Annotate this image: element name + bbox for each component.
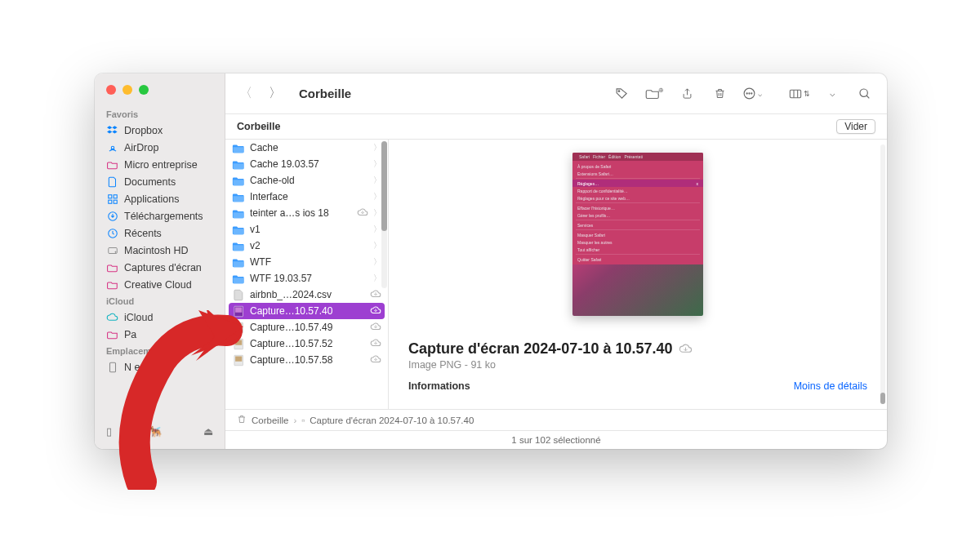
- share-icon[interactable]: [676, 85, 697, 103]
- svg-rect-4: [114, 200, 117, 203]
- finder-window: Favoris Dropbox AirDrop Micro entreprise…: [95, 73, 887, 449]
- svg-rect-2: [114, 194, 117, 198]
- file-name: Cache 19.03.57: [250, 158, 368, 170]
- content-area: Cache 〉 Cache 19.03.57 〉 Cache-old 〉 Int…: [225, 140, 887, 409]
- folder-icon: [232, 240, 245, 251]
- svg-rect-3: [108, 200, 111, 203]
- file-name: Interface: [250, 191, 368, 202]
- download-icon: [106, 210, 118, 222]
- eject-icon[interactable]: ⏏: [203, 425, 213, 438]
- file-row[interactable]: Capture…10.57.40: [229, 303, 385, 319]
- file-row[interactable]: Interface 〉: [225, 189, 388, 205]
- folder-icon: [232, 175, 245, 186]
- empty-trash-button[interactable]: Vider: [836, 119, 875, 134]
- sidebar-item-label: Téléchargements: [124, 211, 203, 222]
- file-row[interactable]: v2 〉: [225, 238, 388, 254]
- minimize-button[interactable]: [122, 85, 132, 95]
- folder-icon: [232, 224, 245, 235]
- device-icon: ▯: [106, 425, 112, 438]
- sidebar-item[interactable]: Dropbox: [95, 122, 225, 139]
- file-row[interactable]: airbnb_…2024.csv: [225, 287, 388, 303]
- path-bar: Corbeille › ▫ Capture d'écran 2024-07-10…: [225, 409, 887, 430]
- main-area: 〈 〉 Corbeille ⊕ ⌵ ⇅: [225, 73, 887, 449]
- svg-rect-23: [235, 323, 242, 328]
- maximize-button[interactable]: [139, 85, 149, 95]
- window-title: Corbeille: [299, 87, 351, 100]
- trash-small-icon: [237, 414, 247, 426]
- apps-icon: [106, 193, 118, 205]
- sidebar-item[interactable]: Applications: [95, 190, 225, 207]
- folder-icon: [106, 278, 118, 291]
- sidebar-item[interactable]: Pa: [95, 326, 225, 343]
- tag-icon[interactable]: [611, 85, 632, 103]
- cloud-download-icon: [370, 306, 381, 316]
- sidebar-item-label: AirDrop: [124, 142, 158, 153]
- svg-point-12: [746, 93, 747, 94]
- path-filename[interactable]: Capture d'écran 2024-07-10 à 10.57.40: [310, 415, 474, 425]
- sidebar-item[interactable]: AirDrop: [95, 139, 225, 156]
- preview-pane: SafariFichierÉditionPrésentati À propos …: [389, 140, 887, 409]
- sidebar-item[interactable]: N e 👤: [95, 358, 225, 375]
- file-name: WTF 19.03.57: [250, 273, 368, 284]
- sidebar-section-title: Favoris: [95, 106, 225, 122]
- sidebar-item[interactable]: Documents: [95, 173, 225, 190]
- file-name: Capture…10.57.58: [250, 354, 365, 366]
- folder-icon: [106, 328, 118, 340]
- sidebar-item-label: N e 👤: [124, 361, 156, 373]
- sidebar-item[interactable]: Creative Cloud: [95, 276, 225, 293]
- cloud-download-icon: [357, 208, 368, 218]
- sidebar-item[interactable]: Téléchargements: [95, 207, 225, 224]
- path-location[interactable]: Corbeille: [252, 415, 288, 425]
- more-icon[interactable]: ⌵: [742, 85, 763, 103]
- chevron-right-icon: 〉: [373, 207, 381, 219]
- preview-scrollbar[interactable]: [880, 144, 885, 404]
- file-column[interactable]: Cache 〉 Cache 19.03.57 〉 Cache-old 〉 Int…: [225, 140, 389, 409]
- sidebar-item[interactable]: Macintosh HD: [95, 242, 225, 259]
- search-icon[interactable]: [854, 85, 875, 103]
- trash-icon[interactable]: [709, 85, 730, 103]
- view-columns-icon[interactable]: ⇅: [789, 85, 810, 103]
- sidebar-item-label: Captures d'écran: [124, 262, 202, 273]
- file-row[interactable]: WTF 19.03.57 〉: [225, 270, 388, 287]
- folder-icon: [106, 158, 118, 171]
- sidebar-item[interactable]: Captures d'écran: [95, 259, 225, 276]
- cloud-download-icon: [370, 339, 381, 349]
- file-row[interactable]: Cache-old 〉: [225, 172, 388, 189]
- svg-rect-1: [108, 194, 111, 198]
- file-name: v2: [250, 240, 368, 251]
- info-header: Informations Moins de détails: [408, 380, 867, 392]
- file-name: airbnb_…2024.csv: [250, 289, 365, 300]
- sidebar-item[interactable]: Récents: [95, 224, 225, 242]
- sidebar: Favoris Dropbox AirDrop Micro entreprise…: [95, 73, 225, 449]
- view-options-chevron[interactable]: ⌵: [822, 85, 843, 103]
- file-row[interactable]: Cache 〉: [225, 140, 388, 156]
- close-button[interactable]: [106, 85, 116, 95]
- svg-point-14: [751, 93, 752, 94]
- image-icon: [232, 305, 245, 317]
- doc-icon: [106, 176, 118, 188]
- svg-rect-21: [235, 307, 242, 312]
- less-details-link[interactable]: Moins de détails: [794, 380, 867, 392]
- cloud-download-icon: [370, 355, 381, 365]
- svg-line-19: [866, 96, 869, 98]
- file-row[interactable]: Cache 19.03.57 〉: [225, 156, 388, 172]
- forward-button[interactable]: 〉: [266, 85, 284, 103]
- image-icon: [232, 354, 245, 366]
- file-icon: [232, 289, 245, 300]
- preview-thumbnail[interactable]: SafariFichierÉditionPrésentati À propos …: [572, 153, 703, 316]
- back-button[interactable]: 〈: [237, 85, 255, 103]
- file-row[interactable]: Capture…10.57.49: [225, 319, 388, 335]
- file-row[interactable]: v1 〉: [225, 221, 388, 238]
- cloud-download-icon: [370, 290, 381, 300]
- new-folder-icon[interactable]: ⊕: [644, 85, 665, 103]
- chevron-right-icon: 〉: [373, 224, 381, 235]
- file-row[interactable]: WTF 〉: [225, 254, 388, 270]
- file-name: WTF: [250, 256, 368, 268]
- file-row[interactable]: teinter a…s ios 18 〉: [225, 205, 388, 221]
- scrollbar[interactable]: [381, 141, 387, 288]
- sidebar-item[interactable]: iCloud: [95, 309, 225, 326]
- image-icon: [232, 338, 245, 349]
- sidebar-item[interactable]: Micro entreprise: [95, 156, 225, 173]
- file-row[interactable]: Capture…10.57.58: [225, 352, 388, 368]
- file-row[interactable]: Capture…10.57.52: [225, 335, 388, 352]
